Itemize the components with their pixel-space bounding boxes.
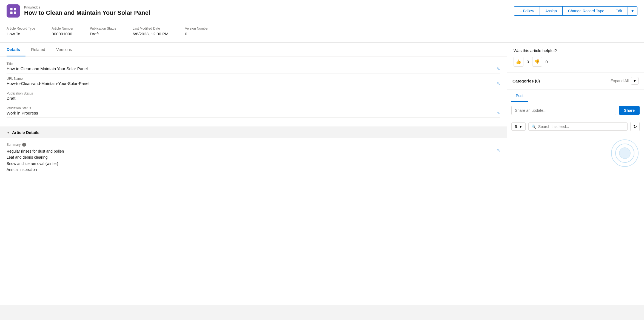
header-left: Knowledge How to Clean and Maintain Your… xyxy=(7,4,150,18)
summary-line-1: Regular rinses for dust and pollen xyxy=(7,148,500,154)
main-layout: Details Related Versions Title How to Cl… xyxy=(0,43,644,305)
edit-button[interactable]: Edit xyxy=(610,6,628,16)
edit-validation-icon[interactable]: ✎ xyxy=(497,111,500,115)
summary-label: Summary xyxy=(7,143,21,147)
meta-value-article-record-type: How To xyxy=(7,32,35,36)
header-title-block: Knowledge How to Clean and Maintain Your… xyxy=(24,5,150,16)
share-input[interactable] xyxy=(511,106,616,115)
tab-versions[interactable]: Versions xyxy=(56,43,78,56)
field-title: Title How to Clean and Maintain Your Sol… xyxy=(7,62,500,73)
svg-rect-0 xyxy=(10,8,13,10)
edit-title-icon[interactable]: ✎ xyxy=(497,67,500,71)
categories-dropdown-button[interactable]: ▼ xyxy=(631,77,639,85)
search-feed-icon: 🔍 xyxy=(531,124,536,129)
helpful-buttons: 👍 0 👎 0 xyxy=(514,57,637,67)
edit-summary-icon[interactable]: ✎ xyxy=(497,148,500,153)
tab-related[interactable]: Related xyxy=(31,43,51,56)
field-validation-status: Validation Status Work in Progress ✎ xyxy=(7,106,500,118)
feed-decoration xyxy=(507,134,644,172)
meta-value-publication-status: Draft xyxy=(90,32,116,36)
edit-url-icon[interactable]: ✎ xyxy=(497,81,500,86)
app-icon xyxy=(7,4,20,18)
summary-line-2: Leaf and debris clearing xyxy=(7,154,500,160)
circles-decoration xyxy=(606,139,639,167)
field-value-publication-status: Draft xyxy=(7,96,16,101)
meta-label-article-number: Article Number xyxy=(52,27,73,30)
helpful-widget: Was this article helpful? 👍 0 👎 0 xyxy=(507,43,644,72)
categories-title: Categories (0) xyxy=(512,79,540,83)
meta-label-publication-status: Publication Status xyxy=(90,27,116,30)
circle-inner xyxy=(619,147,631,159)
thumbs-up-count: 0 xyxy=(527,59,529,64)
thumbs-down-button[interactable]: 👎 xyxy=(532,57,542,67)
tab-details[interactable]: Details xyxy=(7,43,25,56)
change-record-type-button[interactable]: Change Record Type xyxy=(562,6,610,16)
meta-bar: Article Record Type How To Article Numbe… xyxy=(0,22,644,43)
meta-value-version-number: 0 xyxy=(185,32,209,36)
meta-value-last-modified: 6/8/2023, 12:00 PM xyxy=(133,32,169,36)
feed-widget: Post Share ⇅ ▼ 🔍 ↻ xyxy=(507,90,644,305)
meta-version-number: Version Number 0 xyxy=(185,27,209,36)
assign-button[interactable]: Assign xyxy=(540,6,562,16)
summary-field: Summary i Regular rinses for dust and po… xyxy=(0,138,507,177)
share-button[interactable]: Share xyxy=(619,106,640,115)
feed-toolbar: ⇅ ▼ 🔍 ↻ xyxy=(507,119,644,134)
sort-icon: ⇅ xyxy=(514,124,518,129)
meta-label-article-record-type: Article Record Type xyxy=(7,27,35,30)
helpful-title: Was this article helpful? xyxy=(514,48,637,53)
meta-article-record-type: Article Record Type How To xyxy=(7,27,35,36)
categories-widget: Categories (0) Expand All ▼ xyxy=(507,73,644,89)
summary-line-3: Snow and ice removal (winter) xyxy=(7,161,500,167)
field-value-url-name: How-to-Clean-and-Maintain-Your-Solar-Pan… xyxy=(7,81,89,86)
page-title: How to Clean and Maintain Your Solar Pan… xyxy=(24,9,150,16)
refresh-button[interactable]: ↻ xyxy=(630,122,640,131)
meta-article-number: Article Number 000001000 xyxy=(52,27,73,36)
field-value-validation-status: Work in Progress xyxy=(7,111,38,115)
article-details-section-header[interactable]: ▼ Article Details xyxy=(0,127,507,138)
actions-dropdown-button[interactable]: ▼ xyxy=(628,6,637,16)
field-url-name: URL Name How-to-Clean-and-Maintain-Your-… xyxy=(7,77,500,88)
collapse-chevron-icon: ▼ xyxy=(7,131,10,135)
summary-lines: Regular rinses for dust and pollen Leaf … xyxy=(7,148,500,173)
meta-label-version-number: Version Number xyxy=(185,27,209,30)
right-panel: Was this article helpful? 👍 0 👎 0 Catego… xyxy=(507,43,644,305)
share-area: Share xyxy=(507,102,644,119)
field-publication-status: Publication Status Draft xyxy=(7,92,500,103)
follow-button[interactable]: + Follow xyxy=(514,6,540,16)
left-panel: Details Related Versions Title How to Cl… xyxy=(0,43,507,305)
meta-value-article-number: 000001000 xyxy=(52,32,73,36)
fields-section: Title How to Clean and Maintain Your Sol… xyxy=(0,56,507,127)
page-header: Knowledge How to Clean and Maintain Your… xyxy=(0,0,644,22)
thumbs-down-count: 0 xyxy=(545,59,548,64)
categories-actions: Expand All ▼ xyxy=(611,77,639,85)
svg-rect-3 xyxy=(14,12,16,14)
meta-last-modified: Last Modified Date 6/8/2023, 12:00 PM xyxy=(133,27,169,36)
header-actions: + Follow Assign Change Record Type Edit … xyxy=(514,6,637,16)
summary-info-icon: i xyxy=(22,143,26,147)
tabs-bar: Details Related Versions xyxy=(0,43,507,56)
sort-chevron: ▼ xyxy=(519,124,523,129)
svg-rect-1 xyxy=(14,8,16,10)
meta-label-last-modified: Last Modified Date xyxy=(133,27,169,30)
feed-tab-post[interactable]: Post xyxy=(511,90,528,102)
search-feed-input[interactable] xyxy=(538,124,625,129)
expand-all-button[interactable]: Expand All xyxy=(611,79,629,83)
meta-publication-status: Publication Status Draft xyxy=(90,27,116,36)
search-feed: 🔍 xyxy=(528,122,628,131)
sort-button[interactable]: ⇅ ▼ xyxy=(511,122,526,131)
summary-line-4: Annual inspection xyxy=(7,167,500,173)
app-name: Knowledge xyxy=(24,5,150,9)
feed-tabs: Post xyxy=(507,90,644,102)
article-details-label: Article Details xyxy=(12,130,39,135)
svg-rect-2 xyxy=(10,12,13,14)
thumbs-up-button[interactable]: 👍 xyxy=(514,57,523,67)
field-value-title: How to Clean and Maintain Your Solar Pan… xyxy=(7,66,88,71)
